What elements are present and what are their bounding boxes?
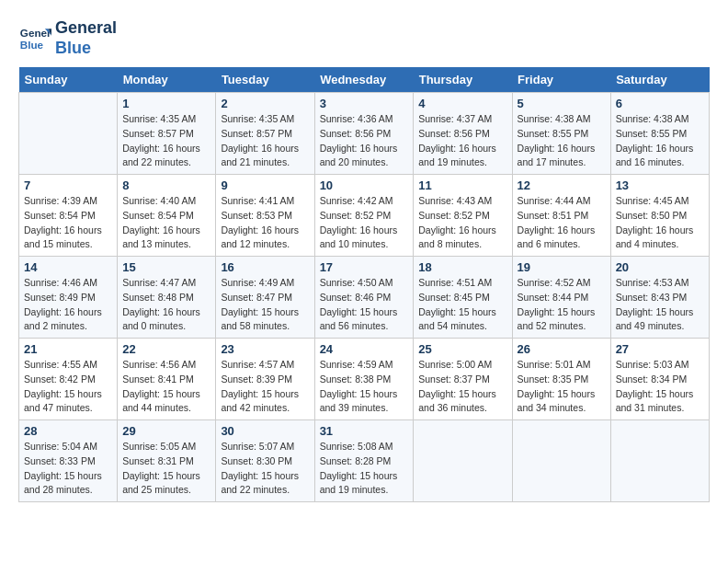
day-number: 3 bbox=[320, 97, 409, 110]
calendar-cell: 18Sunrise: 4:51 AMSunset: 8:45 PMDayligh… bbox=[414, 257, 512, 339]
day-number: 15 bbox=[122, 260, 210, 274]
calendar-cell: 13Sunrise: 4:45 AMSunset: 8:50 PMDayligh… bbox=[610, 175, 709, 257]
day-info: Sunrise: 4:41 AMSunset: 8:53 PMDaylight:… bbox=[221, 194, 309, 252]
day-info: Sunrise: 5:05 AMSunset: 8:31 PMDaylight:… bbox=[122, 440, 210, 498]
day-number: 5 bbox=[518, 97, 606, 110]
calendar-cell: 24Sunrise: 4:59 AMSunset: 8:38 PMDayligh… bbox=[314, 339, 414, 420]
day-number: 24 bbox=[320, 342, 409, 356]
day-number: 19 bbox=[518, 260, 606, 274]
day-info: Sunrise: 4:45 AMSunset: 8:50 PMDaylight:… bbox=[616, 194, 704, 252]
calendar-cell bbox=[610, 420, 709, 502]
day-info: Sunrise: 5:04 AMSunset: 8:33 PMDaylight:… bbox=[24, 440, 112, 498]
day-number: 18 bbox=[418, 260, 506, 274]
day-number: 20 bbox=[616, 260, 704, 274]
day-number: 17 bbox=[320, 260, 409, 274]
calendar-cell: 16Sunrise: 4:49 AMSunset: 8:47 PMDayligh… bbox=[216, 257, 314, 339]
day-info: Sunrise: 4:56 AMSunset: 8:41 PMDaylight:… bbox=[122, 358, 210, 416]
day-number: 25 bbox=[418, 342, 506, 356]
calendar-week-row: 1Sunrise: 4:35 AMSunset: 8:57 PMDaylight… bbox=[19, 93, 710, 175]
day-info: Sunrise: 4:35 AMSunset: 8:57 PMDaylight:… bbox=[122, 112, 210, 170]
calendar-cell: 2Sunrise: 4:35 AMSunset: 8:57 PMDaylight… bbox=[216, 93, 314, 175]
page-header: General Blue General Blue bbox=[18, 18, 710, 58]
calendar-cell: 19Sunrise: 4:52 AMSunset: 8:44 PMDayligh… bbox=[512, 257, 610, 339]
svg-text:General: General bbox=[20, 27, 51, 39]
calendar-cell: 17Sunrise: 4:50 AMSunset: 8:46 PMDayligh… bbox=[314, 257, 414, 339]
day-number: 12 bbox=[518, 178, 606, 192]
day-number: 30 bbox=[221, 424, 309, 438]
calendar-cell: 8Sunrise: 4:40 AMSunset: 8:54 PMDaylight… bbox=[118, 175, 216, 257]
day-info: Sunrise: 4:59 AMSunset: 8:38 PMDaylight:… bbox=[320, 358, 409, 416]
logo-icon: General Blue bbox=[18, 22, 51, 55]
calendar-cell: 3Sunrise: 4:36 AMSunset: 8:56 PMDaylight… bbox=[314, 93, 414, 175]
calendar-cell: 30Sunrise: 5:07 AMSunset: 8:30 PMDayligh… bbox=[216, 420, 314, 502]
day-info: Sunrise: 4:53 AMSunset: 8:43 PMDaylight:… bbox=[616, 276, 704, 334]
day-info: Sunrise: 4:42 AMSunset: 8:52 PMDaylight:… bbox=[320, 194, 409, 252]
day-number: 14 bbox=[24, 260, 112, 274]
day-number: 28 bbox=[24, 424, 112, 438]
calendar-cell: 29Sunrise: 5:05 AMSunset: 8:31 PMDayligh… bbox=[118, 420, 216, 502]
calendar-cell: 5Sunrise: 4:38 AMSunset: 8:55 PMDaylight… bbox=[512, 93, 610, 175]
logo: General Blue General Blue bbox=[18, 18, 117, 58]
day-info: Sunrise: 4:47 AMSunset: 8:48 PMDaylight:… bbox=[122, 276, 210, 334]
day-number: 26 bbox=[518, 342, 606, 356]
calendar-cell: 31Sunrise: 5:08 AMSunset: 8:28 PMDayligh… bbox=[314, 420, 414, 502]
calendar-cell: 22Sunrise: 4:56 AMSunset: 8:41 PMDayligh… bbox=[118, 339, 216, 420]
day-header-monday: Monday bbox=[118, 67, 216, 93]
day-header-thursday: Thursday bbox=[414, 67, 512, 93]
day-number: 21 bbox=[24, 342, 112, 356]
calendar-cell: 28Sunrise: 5:04 AMSunset: 8:33 PMDayligh… bbox=[19, 420, 118, 502]
day-header-saturday: Saturday bbox=[610, 67, 709, 93]
day-number: 29 bbox=[122, 424, 210, 438]
calendar-cell: 25Sunrise: 5:00 AMSunset: 8:37 PMDayligh… bbox=[414, 339, 512, 420]
day-header-friday: Friday bbox=[512, 67, 610, 93]
day-info: Sunrise: 4:40 AMSunset: 8:54 PMDaylight:… bbox=[122, 194, 210, 252]
day-info: Sunrise: 4:55 AMSunset: 8:42 PMDaylight:… bbox=[24, 358, 112, 416]
day-info: Sunrise: 4:44 AMSunset: 8:51 PMDaylight:… bbox=[518, 194, 606, 252]
day-info: Sunrise: 5:01 AMSunset: 8:35 PMDaylight:… bbox=[518, 358, 606, 416]
day-number: 4 bbox=[418, 97, 506, 110]
calendar-week-row: 14Sunrise: 4:46 AMSunset: 8:49 PMDayligh… bbox=[19, 257, 710, 339]
day-info: Sunrise: 4:57 AMSunset: 8:39 PMDaylight:… bbox=[221, 358, 309, 416]
day-info: Sunrise: 4:50 AMSunset: 8:46 PMDaylight:… bbox=[320, 276, 409, 334]
day-info: Sunrise: 5:07 AMSunset: 8:30 PMDaylight:… bbox=[221, 440, 309, 498]
day-info: Sunrise: 4:43 AMSunset: 8:52 PMDaylight:… bbox=[418, 194, 506, 252]
calendar-cell: 26Sunrise: 5:01 AMSunset: 8:35 PMDayligh… bbox=[512, 339, 610, 420]
day-number: 9 bbox=[221, 178, 309, 192]
calendar-cell: 15Sunrise: 4:47 AMSunset: 8:48 PMDayligh… bbox=[118, 257, 216, 339]
calendar-cell: 23Sunrise: 4:57 AMSunset: 8:39 PMDayligh… bbox=[216, 339, 314, 420]
svg-text:Blue: Blue bbox=[20, 38, 44, 50]
logo-text: General Blue bbox=[55, 18, 117, 58]
day-info: Sunrise: 5:03 AMSunset: 8:34 PMDaylight:… bbox=[616, 358, 704, 416]
day-info: Sunrise: 5:00 AMSunset: 8:37 PMDaylight:… bbox=[418, 358, 506, 416]
day-number: 11 bbox=[418, 178, 506, 192]
calendar-week-row: 28Sunrise: 5:04 AMSunset: 8:33 PMDayligh… bbox=[19, 420, 710, 502]
day-number: 2 bbox=[221, 97, 309, 110]
day-info: Sunrise: 5:08 AMSunset: 8:28 PMDaylight:… bbox=[320, 440, 409, 498]
day-number: 1 bbox=[122, 97, 210, 110]
calendar-cell: 12Sunrise: 4:44 AMSunset: 8:51 PMDayligh… bbox=[512, 175, 610, 257]
day-info: Sunrise: 4:39 AMSunset: 8:54 PMDaylight:… bbox=[24, 194, 112, 252]
day-info: Sunrise: 4:51 AMSunset: 8:45 PMDaylight:… bbox=[418, 276, 506, 334]
day-number: 22 bbox=[122, 342, 210, 356]
calendar-cell: 11Sunrise: 4:43 AMSunset: 8:52 PMDayligh… bbox=[414, 175, 512, 257]
day-number: 13 bbox=[616, 178, 704, 192]
day-number: 16 bbox=[221, 260, 309, 274]
day-header-wednesday: Wednesday bbox=[314, 67, 414, 93]
day-number: 27 bbox=[616, 342, 704, 356]
day-info: Sunrise: 4:38 AMSunset: 8:55 PMDaylight:… bbox=[616, 112, 704, 170]
day-number: 23 bbox=[221, 342, 309, 356]
day-number: 7 bbox=[24, 178, 112, 192]
calendar-cell: 20Sunrise: 4:53 AMSunset: 8:43 PMDayligh… bbox=[610, 257, 709, 339]
calendar-header-row: SundayMondayTuesdayWednesdayThursdayFrid… bbox=[19, 67, 710, 93]
calendar-cell: 4Sunrise: 4:37 AMSunset: 8:56 PMDaylight… bbox=[414, 93, 512, 175]
calendar-cell: 27Sunrise: 5:03 AMSunset: 8:34 PMDayligh… bbox=[610, 339, 709, 420]
calendar-cell: 1Sunrise: 4:35 AMSunset: 8:57 PMDaylight… bbox=[118, 93, 216, 175]
day-info: Sunrise: 4:35 AMSunset: 8:57 PMDaylight:… bbox=[221, 112, 309, 170]
day-info: Sunrise: 4:38 AMSunset: 8:55 PMDaylight:… bbox=[518, 112, 606, 170]
day-number: 10 bbox=[320, 178, 409, 192]
calendar-cell: 14Sunrise: 4:46 AMSunset: 8:49 PMDayligh… bbox=[19, 257, 118, 339]
day-number: 8 bbox=[122, 178, 210, 192]
calendar-cell: 21Sunrise: 4:55 AMSunset: 8:42 PMDayligh… bbox=[19, 339, 118, 420]
day-info: Sunrise: 4:46 AMSunset: 8:49 PMDaylight:… bbox=[24, 276, 112, 334]
day-info: Sunrise: 4:52 AMSunset: 8:44 PMDaylight:… bbox=[518, 276, 606, 334]
